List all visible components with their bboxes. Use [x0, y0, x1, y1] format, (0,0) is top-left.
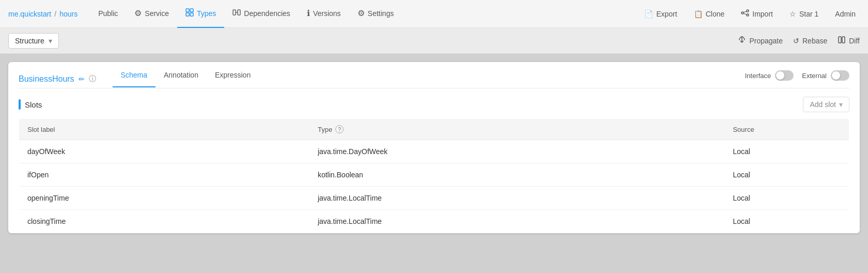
toolbar-right: Propagate ↺ Rebase Diff [738, 36, 860, 46]
slot-type-cell: java.time.LocalTime [309, 187, 725, 210]
slot-name-cell: openingTime [19, 187, 309, 210]
svg-line-11 [743, 13, 747, 14]
tab-versions-label: Versions [313, 9, 341, 18]
info-icon[interactable]: ⓘ [89, 74, 96, 84]
svg-rect-13 [842, 37, 845, 43]
tab-settings[interactable]: ⚙ Settings [349, 0, 402, 28]
main-content: BusinessHours ✏ ⓘ Schema Annotation Expr… [8, 62, 860, 233]
table-row: closingTime java.time.LocalTime Local [19, 210, 849, 233]
svg-point-7 [741, 12, 743, 14]
svg-rect-2 [186, 13, 189, 16]
clone-button[interactable]: 📋 Clone [690, 8, 729, 20]
clone-icon: 📋 [694, 10, 703, 18]
export-label: Export [656, 10, 677, 18]
chevron-down-icon: ▾ [49, 37, 52, 45]
type-title-text: BusinessHours [19, 74, 74, 84]
svg-rect-3 [190, 13, 193, 16]
tab-expression-label: Expression [215, 71, 251, 79]
interface-toggle[interactable] [775, 70, 794, 81]
service-icon: ⚙ [134, 8, 142, 18]
slot-name-cell: closingTime [19, 210, 309, 233]
interface-label: Interface [745, 72, 771, 80]
svg-line-10 [743, 11, 747, 12]
top-navigation: me.quickstart / hours Public ⚙ Service T… [0, 0, 868, 28]
tab-dependencies-label: Dependencies [244, 9, 290, 18]
breadcrumb-separator: / [54, 10, 56, 18]
diff-button[interactable]: Diff [838, 36, 860, 46]
nav-tabs: Public ⚙ Service Types [90, 0, 640, 28]
external-toggle[interactable] [831, 70, 849, 81]
slot-source-cell: Local [724, 187, 849, 210]
admin-button[interactable]: Admin [831, 8, 860, 20]
content-tab-controls: Interface External [745, 70, 849, 88]
tab-public-label: Public [98, 9, 118, 18]
add-slot-chevron-icon: ▾ [839, 100, 843, 109]
svg-rect-5 [238, 10, 240, 15]
slots-indicator [19, 99, 21, 110]
admin-label: Admin [835, 10, 856, 18]
clone-label: Clone [706, 10, 725, 18]
content-header: BusinessHours ✏ ⓘ Schema Annotation Expr… [8, 62, 860, 88]
tab-types[interactable]: Types [177, 0, 224, 28]
slots-section: Slots Add slot ▾ Slot label Type ? [8, 88, 860, 233]
col-header-slot-label: Slot label [19, 119, 309, 140]
star-button[interactable]: ☆ Star 1 [785, 8, 823, 20]
nav-actions: 📄 Export 📋 Clone Import ☆ Star 1 [640, 7, 860, 21]
rebase-label: Rebase [802, 37, 827, 45]
propagate-label: Propagate [749, 37, 783, 45]
tab-annotation[interactable]: Annotation [156, 71, 207, 87]
col-header-source: Source [724, 119, 849, 140]
tab-expression[interactable]: Expression [207, 71, 259, 87]
breadcrumb-me-link[interactable]: me.quickstart [8, 10, 51, 18]
edit-icon[interactable]: ✏ [79, 75, 85, 83]
rebase-button[interactable]: ↺ Rebase [793, 37, 827, 45]
tab-annotation-label: Annotation [164, 71, 198, 79]
external-toggle-group: External [802, 70, 849, 81]
propagate-button[interactable]: Propagate [738, 36, 783, 46]
table-row: ifOpen kotlin.Boolean Local [19, 163, 849, 187]
tab-dependencies[interactable]: Dependencies [224, 0, 299, 28]
slots-title: Slots [19, 99, 42, 110]
slot-source-cell: Local [724, 140, 849, 163]
second-toolbar: Structure ▾ Propagate ↺ Rebase [0, 28, 868, 54]
import-button[interactable]: Import [737, 7, 777, 21]
external-label: External [802, 72, 827, 80]
interface-toggle-group: Interface [745, 70, 794, 81]
breadcrumb-hours-link[interactable]: hours [59, 10, 78, 18]
slots-table-body: dayOfWeek java.time.DayOfWeek Local ifOp… [19, 140, 849, 233]
tab-service[interactable]: ⚙ Service [126, 0, 177, 28]
slot-name-cell: ifOpen [19, 163, 309, 187]
svg-rect-0 [186, 9, 189, 12]
add-slot-button[interactable]: Add slot ▾ [803, 97, 849, 112]
table-row: dayOfWeek java.time.DayOfWeek Local [19, 140, 849, 163]
type-help-icon[interactable]: ? [335, 125, 344, 133]
tab-service-label: Service [145, 9, 169, 18]
tab-public[interactable]: Public [90, 0, 126, 28]
versions-icon: ℹ [307, 8, 310, 18]
tab-settings-label: Settings [368, 9, 394, 18]
tab-versions[interactable]: ℹ Versions [299, 0, 349, 28]
settings-icon: ⚙ [358, 8, 365, 18]
tab-types-label: Types [197, 9, 216, 18]
export-icon: 📄 [644, 10, 653, 18]
slots-table-header: Slot label Type ? Source [19, 119, 849, 140]
star-icon: ☆ [789, 10, 796, 18]
svg-rect-12 [839, 37, 841, 43]
structure-dropdown[interactable]: Structure ▾ [8, 33, 59, 49]
svg-point-8 [747, 10, 749, 12]
slots-table: Slot label Type ? Source dayOfWeek [19, 118, 849, 233]
slot-type-cell: java.time.DayOfWeek [309, 140, 725, 163]
slot-source-cell: Local [724, 163, 849, 187]
slot-type-cell: kotlin.Boolean [309, 163, 725, 187]
types-icon [185, 8, 194, 19]
import-icon [741, 9, 749, 19]
add-slot-label: Add slot [810, 100, 836, 109]
diff-label: Diff [849, 37, 860, 45]
slot-source-cell: Local [724, 210, 849, 233]
table-row: openingTime java.time.LocalTime Local [19, 187, 849, 210]
col-header-type: Type ? [309, 119, 725, 140]
export-button[interactable]: 📄 Export [640, 8, 681, 20]
slot-type-cell: java.time.LocalTime [309, 210, 725, 233]
breadcrumb: me.quickstart / hours [8, 10, 78, 18]
tab-schema[interactable]: Schema [113, 71, 156, 87]
